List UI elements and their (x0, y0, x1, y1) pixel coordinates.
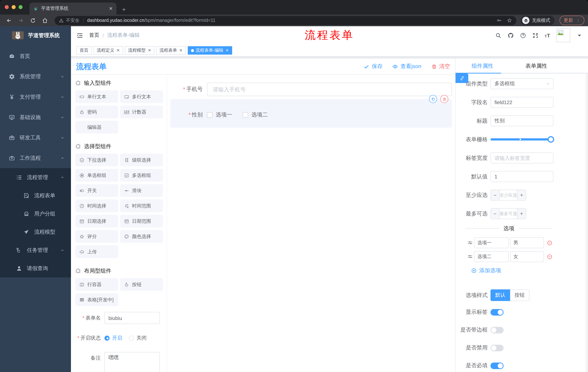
title-input[interactable] (491, 115, 553, 126)
close-window-button[interactable] (5, 5, 9, 9)
tag-home[interactable]: 首页 (76, 46, 92, 55)
component-chip[interactable]: 开关 (75, 184, 118, 197)
link-handle[interactable] (456, 74, 468, 83)
sidebar-item-process-mgmt[interactable]: 流程管理 (0, 168, 71, 186)
close-tag-icon[interactable]: ✕ (225, 48, 229, 53)
sidebar-item-payment[interactable]: 支付管理 (0, 87, 71, 107)
component-chip[interactable]: 单行文本 (75, 90, 118, 103)
default-value-input[interactable] (491, 171, 553, 182)
gender-option[interactable]: 选项二 (243, 111, 268, 118)
fullscreen-icon[interactable] (532, 32, 538, 38)
save-button[interactable]: 保存 (364, 63, 383, 70)
form-name-input[interactable] (105, 312, 160, 324)
help-icon[interactable] (520, 32, 526, 38)
status-radio-关闭[interactable]: 关闭 (129, 332, 147, 344)
tag-process-definition[interactable]: 流程定义✕ (94, 46, 123, 55)
component-chip[interactable]: 时间范围 (120, 200, 163, 212)
bookmark-star-icon[interactable] (507, 18, 512, 23)
sidebar-item-home[interactable]: 首页 (0, 46, 71, 66)
remove-option-icon[interactable] (547, 254, 552, 259)
breadcrumb-home[interactable]: 首页 (89, 32, 99, 39)
option-value-input[interactable] (510, 251, 544, 262)
zoom-window-button[interactable] (19, 5, 22, 9)
increase-button[interactable]: ＋ (517, 209, 526, 219)
slider-handle[interactable] (548, 136, 554, 143)
tab-component-props[interactable]: 组件属性 (456, 59, 509, 73)
component-chip[interactable]: 表格[开发中] (75, 293, 118, 306)
option-label-input[interactable] (474, 237, 509, 248)
checkbox[interactable] (207, 112, 212, 117)
search-icon[interactable] (495, 32, 501, 38)
close-tag-icon[interactable]: ✕ (116, 48, 120, 53)
tag-process-form-edit[interactable]: 流程表单-编辑✕ (188, 46, 232, 55)
max-stepper-placeholder[interactable]: 最多可选 (500, 209, 517, 219)
component-chip[interactable]: 评分 (75, 230, 118, 243)
option-value-input[interactable] (510, 237, 544, 248)
field-name-input[interactable] (491, 97, 553, 108)
min-stepper-placeholder[interactable]: 至少应选 (500, 190, 517, 200)
tab-form-props[interactable]: 表单属性 (509, 59, 563, 73)
browser-tab[interactable]: 芋道管理系统 ✕ (30, 2, 116, 15)
component-chip[interactable]: 密码 (75, 106, 118, 118)
sidebar-item-process-model[interactable]: 流程模型 (0, 223, 71, 241)
sidebar-item-leave-query[interactable]: 请假查询 (0, 259, 71, 277)
hamburger-icon[interactable] (76, 32, 83, 39)
sidebar-item-devtools[interactable]: 研发工具 (0, 128, 71, 148)
checkbox[interactable] (243, 112, 248, 117)
new-tab-button[interactable]: ＋ (121, 6, 127, 12)
browser-menu-icon[interactable]: ⋮ (576, 18, 580, 23)
component-chip[interactable]: 滑块 (120, 184, 163, 197)
component-chip[interactable]: 上传 (75, 245, 118, 258)
tag-process-model[interactable]: 流程模型✕ (125, 46, 154, 55)
component-chip[interactable]: 编辑器 (75, 121, 118, 134)
copy-component-button[interactable] (429, 95, 437, 103)
component-chip[interactable]: 行容器 (75, 278, 118, 291)
reload-icon[interactable] (30, 17, 36, 23)
delete-component-button[interactable] (440, 95, 448, 103)
slider-track[interactable] (491, 138, 551, 140)
style-option-默认[interactable]: 默认 (491, 289, 510, 301)
drag-handle-icon[interactable] (468, 254, 473, 259)
github-icon[interactable] (507, 32, 514, 38)
update-button[interactable]: 更新 ⋮ (560, 16, 584, 25)
option-label-input[interactable] (474, 251, 509, 262)
add-option-button[interactable]: 添加选项 (471, 267, 588, 274)
component-chip[interactable]: 日期选择 (75, 215, 118, 227)
label-width-input[interactable] (491, 152, 553, 163)
component-chip[interactable]: 颜色选择 (120, 230, 163, 243)
password-key-icon[interactable] (497, 18, 502, 23)
toggle-disabled[interactable] (491, 344, 504, 351)
sidebar-item-user-group[interactable]: 用户分组 (0, 205, 71, 223)
sidebar-item-task-mgmt[interactable]: 任务管理 (0, 241, 71, 259)
decrease-button[interactable]: − (491, 190, 500, 200)
selected-component-gender[interactable]: *性别 选项一选项二 (170, 99, 452, 128)
toggle-required[interactable] (491, 362, 504, 369)
home-icon[interactable] (42, 17, 48, 23)
close-tab-icon[interactable]: ✕ (109, 6, 113, 11)
forward-icon[interactable] (18, 17, 24, 23)
view-json-button[interactable]: 查看json (392, 63, 421, 70)
component-chip[interactable]: 多行文本 (120, 90, 163, 103)
font-size-icon[interactable]: TT (545, 32, 550, 38)
component-chip[interactable]: 级联选择 (120, 154, 163, 166)
component-chip[interactable]: 单选框组 (75, 169, 118, 182)
component-chip[interactable]: 多选框组 (120, 169, 163, 182)
sidebar-item-infra[interactable]: 基础设施 (0, 107, 71, 128)
close-tag-icon[interactable]: ✕ (148, 48, 151, 53)
tag-process-form[interactable]: 流程表单✕ (156, 46, 186, 55)
back-icon[interactable] (6, 17, 12, 23)
phone-input[interactable] (207, 83, 452, 96)
gender-option[interactable]: 选项一 (207, 111, 232, 118)
toggle-with-border[interactable] (491, 327, 504, 333)
address-bar[interactable]: 不安全 dashboard.yudao.iocoder.cn/bpm/manag… (55, 16, 516, 25)
toggle-show-label[interactable] (491, 309, 504, 315)
remove-option-icon[interactable] (547, 240, 552, 245)
close-tag-icon[interactable]: ✕ (179, 48, 182, 53)
drag-handle-icon[interactable] (468, 240, 473, 245)
minimize-window-button[interactable] (12, 5, 16, 9)
increase-button[interactable]: ＋ (517, 190, 526, 200)
status-radio-开启[interactable]: 开启 (105, 332, 122, 344)
remark-textarea[interactable]: 嘿嘿 (105, 352, 160, 372)
decrease-button[interactable]: − (491, 209, 500, 219)
style-option-按钮[interactable]: 按钮 (510, 289, 529, 301)
